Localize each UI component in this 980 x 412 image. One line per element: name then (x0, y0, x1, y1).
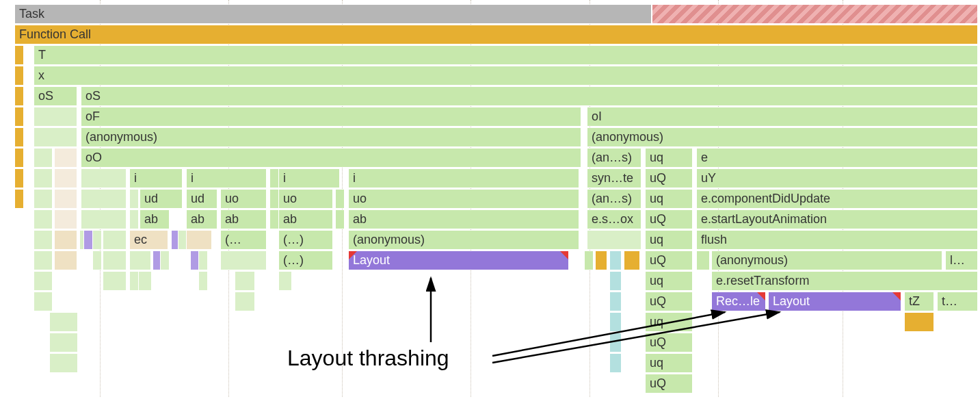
flame-chart[interactable]: TaskFunction CallTxoSoSoFoI(anonymous)(a… (0, 0, 980, 412)
flame-bar[interactable] (34, 168, 53, 188)
flame-bar[interactable]: (…) (278, 230, 333, 250)
flame-bar[interactable] (186, 230, 212, 250)
flame-bar[interactable] (220, 250, 267, 270)
flame-bar[interactable]: syn…te (587, 168, 641, 188)
flame-bar[interactable] (278, 271, 292, 291)
flame-bar[interactable] (14, 66, 24, 86)
flame-bar[interactable]: (anonymous) (711, 250, 942, 270)
flame-bar[interactable]: Layout (348, 250, 569, 270)
flame-bar[interactable]: i (186, 168, 267, 188)
flame-bar[interactable]: T (34, 45, 978, 65)
flame-bar[interactable]: uq (645, 353, 693, 373)
flame-bar[interactable]: uq (645, 148, 693, 168)
flame-bar[interactable] (160, 250, 170, 270)
flame-bar[interactable]: i (278, 168, 340, 188)
flame-bar[interactable] (129, 271, 139, 291)
flame-bar[interactable] (34, 127, 77, 147)
flame-bar[interactable] (696, 250, 710, 270)
flame-bar[interactable]: uq (645, 271, 693, 291)
flame-bar[interactable]: ec (129, 230, 168, 250)
flame-bar[interactable] (609, 312, 622, 332)
flame-bar[interactable] (595, 250, 607, 270)
flame-bar[interactable] (14, 189, 24, 209)
flame-bar[interactable] (129, 209, 139, 229)
flame-bar[interactable]: Task (14, 4, 652, 24)
flame-bar[interactable] (587, 230, 641, 250)
flame-bar[interactable] (54, 189, 77, 209)
flame-bar[interactable]: x (34, 66, 978, 86)
flame-bar[interactable]: uQ (645, 168, 693, 188)
flame-bar[interactable] (83, 230, 93, 250)
flame-bar[interactable]: uQ (645, 250, 693, 270)
flame-bar[interactable] (49, 333, 78, 352)
flame-bar[interactable]: l… (945, 250, 978, 270)
flame-bar[interactable] (138, 271, 152, 291)
flame-bar[interactable] (34, 189, 53, 209)
flame-bar[interactable]: ab (186, 209, 217, 229)
flame-bar[interactable] (81, 189, 127, 209)
flame-bar[interactable] (584, 250, 594, 270)
flame-bar[interactable] (34, 107, 77, 127)
flame-bar[interactable]: ud (186, 189, 217, 209)
flame-bar[interactable]: Function Call (14, 25, 978, 44)
flame-bar[interactable] (54, 230, 77, 250)
flame-bar[interactable]: e.resetTransform (711, 271, 978, 291)
flame-bar[interactable]: uq (645, 189, 693, 209)
flame-bar[interactable]: t… (937, 292, 978, 311)
flame-bar[interactable] (34, 230, 53, 250)
flame-bar[interactable] (54, 209, 77, 229)
flame-bar[interactable]: e.startLayoutAnimation (696, 209, 978, 229)
flame-bar[interactable] (103, 250, 127, 270)
flame-bar[interactable]: ab (348, 209, 579, 229)
flame-bar[interactable] (14, 148, 24, 168)
flame-bar[interactable]: i (129, 168, 183, 188)
flame-bar[interactable]: Rec…le (711, 292, 766, 311)
flame-bar[interactable] (103, 271, 127, 291)
flame-bar[interactable]: uo (220, 189, 267, 209)
flame-bar[interactable]: (… (220, 230, 267, 250)
flame-bar[interactable] (904, 312, 934, 332)
flame-bar[interactable] (49, 312, 78, 332)
flame-bar[interactable]: uQ (645, 374, 693, 394)
flame-bar[interactable]: oS (34, 86, 77, 106)
flame-bar[interactable] (14, 45, 24, 65)
flame-bar[interactable] (198, 271, 208, 291)
flame-bar[interactable]: oS (81, 86, 978, 106)
flame-bar[interactable] (34, 292, 53, 311)
flame-bar[interactable] (34, 148, 53, 168)
flame-bar[interactable]: e (696, 148, 978, 168)
flame-bar[interactable]: tZ (904, 292, 934, 311)
flame-bar[interactable] (14, 127, 24, 147)
flame-bar[interactable] (14, 107, 24, 127)
flame-bar[interactable] (34, 271, 53, 291)
flame-bar[interactable] (235, 292, 255, 311)
flame-bar[interactable]: uQ (645, 292, 693, 311)
flame-bar[interactable]: uQ (645, 209, 693, 229)
flame-bar[interactable] (198, 250, 208, 270)
flame-bar[interactable] (34, 209, 53, 229)
flame-bar[interactable]: (anonymous) (348, 230, 579, 250)
flame-bar[interactable] (54, 148, 77, 168)
flame-bar[interactable] (269, 189, 279, 209)
flame-bar[interactable]: oI (587, 107, 978, 127)
flame-bar[interactable]: uQ (645, 333, 693, 352)
flame-bar[interactable]: uo (348, 189, 579, 209)
flame-bar[interactable] (624, 250, 640, 270)
flame-bar[interactable]: ab (220, 209, 267, 229)
flame-bar[interactable] (609, 353, 622, 373)
flame-bar[interactable]: uo (278, 189, 333, 209)
flame-bar[interactable]: i (348, 168, 579, 188)
flame-bar[interactable] (92, 230, 102, 250)
flame-bar[interactable]: oO (81, 148, 581, 168)
flame-bar[interactable] (609, 292, 622, 311)
flame-bar[interactable]: e.s…ox (587, 209, 641, 229)
flame-bar[interactable] (129, 250, 151, 270)
flame-bar[interactable]: (an…s) (587, 148, 641, 168)
flame-bar[interactable]: Layout (768, 292, 901, 311)
flame-bar[interactable] (235, 271, 255, 291)
flame-bar[interactable] (92, 250, 102, 270)
flame-bar[interactable]: (anonymous) (81, 127, 581, 147)
flame-bar[interactable] (609, 333, 622, 352)
flame-bar[interactable] (81, 168, 127, 188)
flame-bar[interactable]: ab (140, 209, 170, 229)
